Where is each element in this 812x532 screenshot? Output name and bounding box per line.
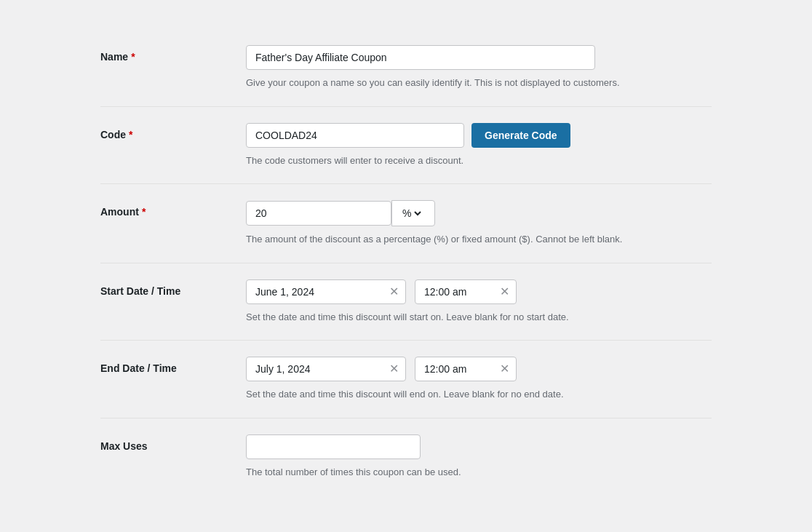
- amount-input[interactable]: [246, 201, 391, 226]
- end-datetime-field: ✕ ✕ Set the date and time this discount …: [246, 357, 712, 402]
- code-label: Code*: [100, 123, 246, 140]
- start-datetime-label: Start Date / Time: [100, 279, 246, 297]
- generate-code-button[interactable]: Generate Code: [471, 123, 570, 148]
- unit-dropdown[interactable]: % $: [399, 207, 423, 220]
- code-row: Code* Generate Code The code customers w…: [100, 107, 712, 185]
- end-time-wrapper: ✕: [415, 357, 517, 381]
- end-date-input[interactable]: [246, 357, 406, 381]
- required-indicator: *: [142, 206, 146, 218]
- start-datetime-inputs: ✕ ✕: [246, 279, 712, 304]
- max-uses-row: Max Uses The total number of times this …: [100, 418, 712, 496]
- start-time-wrapper: ✕: [415, 279, 517, 304]
- start-time-clear-button[interactable]: ✕: [498, 285, 511, 298]
- start-datetime-row: Start Date / Time ✕ ✕ Set the date and t…: [100, 263, 712, 341]
- end-datetime-row: End Date / Time ✕ ✕ Set the date and tim…: [100, 341, 712, 418]
- name-row: Name* Give your coupon a name so you can…: [100, 29, 712, 107]
- amount-input-row: % $: [246, 200, 712, 226]
- code-input-row: Generate Code: [246, 123, 712, 148]
- start-date-input[interactable]: [246, 279, 406, 304]
- required-indicator: *: [129, 129, 132, 140]
- name-hint: Give your coupon a name so you can easil…: [246, 76, 712, 90]
- code-input[interactable]: [246, 123, 464, 148]
- start-datetime-hint: Set the date and time this discount will…: [246, 310, 712, 325]
- start-datetime-field: ✕ ✕ Set the date and time this discount …: [246, 279, 712, 325]
- coupon-form: Name* Give your coupon a name so you can…: [79, 15, 733, 509]
- end-datetime-label: End Date / Time: [100, 357, 246, 374]
- start-date-wrapper: ✕: [246, 279, 406, 304]
- max-uses-field: The total number of times this coupon ca…: [246, 434, 712, 480]
- name-label: Name*: [100, 45, 246, 63]
- code-field: Generate Code The code customers will en…: [246, 123, 712, 168]
- amount-field: % $ The amount of the discount as a perc…: [246, 200, 712, 247]
- required-indicator: *: [131, 51, 135, 63]
- max-uses-hint: The total number of times this coupon ca…: [246, 465, 712, 480]
- end-time-clear-button[interactable]: ✕: [498, 362, 511, 376]
- name-input[interactable]: [246, 45, 595, 70]
- end-date-clear-button[interactable]: ✕: [387, 362, 400, 376]
- amount-row: Amount* % $ The amount of the discount a…: [100, 184, 712, 263]
- end-date-wrapper: ✕: [246, 357, 406, 381]
- end-datetime-hint: Set the date and time this discount will…: [246, 387, 712, 402]
- max-uses-input[interactable]: [246, 434, 421, 459]
- end-datetime-inputs: ✕ ✕: [246, 357, 712, 381]
- start-date-clear-button[interactable]: ✕: [387, 285, 400, 298]
- code-hint: The code customers will enter to receive…: [246, 154, 712, 168]
- amount-unit-select[interactable]: % $: [391, 200, 435, 226]
- name-field: Give your coupon a name so you can easil…: [246, 45, 712, 90]
- max-uses-label: Max Uses: [100, 434, 246, 452]
- amount-hint: The amount of the discount as a percenta…: [246, 232, 712, 247]
- amount-label: Amount*: [100, 200, 246, 218]
